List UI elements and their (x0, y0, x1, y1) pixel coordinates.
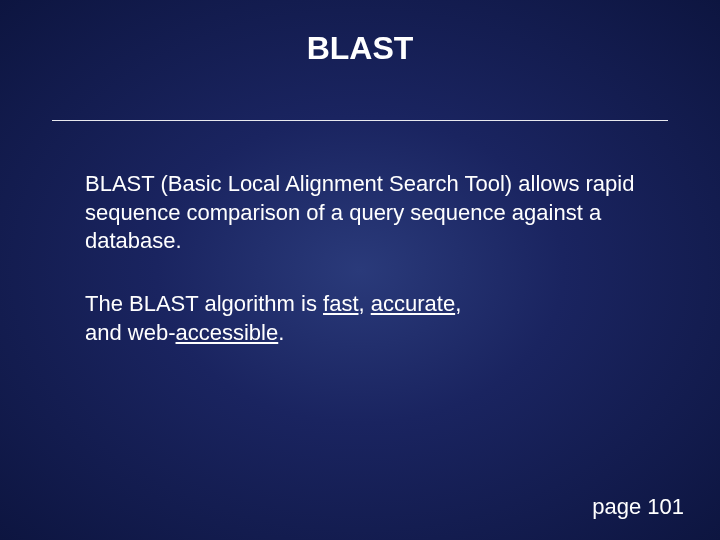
para2-fast: fast (323, 291, 358, 316)
body-paragraph-2: The BLAST algorithm is fast, accurate, a… (85, 290, 645, 347)
para2-sep1: , (359, 291, 371, 316)
page-number: page 101 (592, 494, 684, 520)
slide-title: BLAST (0, 30, 720, 67)
para2-line2-prefix: and web- (85, 320, 176, 345)
para2-accessible: accessible (176, 320, 279, 345)
body-paragraph-1: BLAST (Basic Local Alignment Search Tool… (85, 170, 645, 256)
para2-accurate: accurate (371, 291, 455, 316)
para2-suffix: . (278, 320, 284, 345)
para2-sep2: , (455, 291, 461, 316)
para2-text-prefix: The BLAST algorithm is (85, 291, 323, 316)
title-divider (52, 120, 668, 121)
